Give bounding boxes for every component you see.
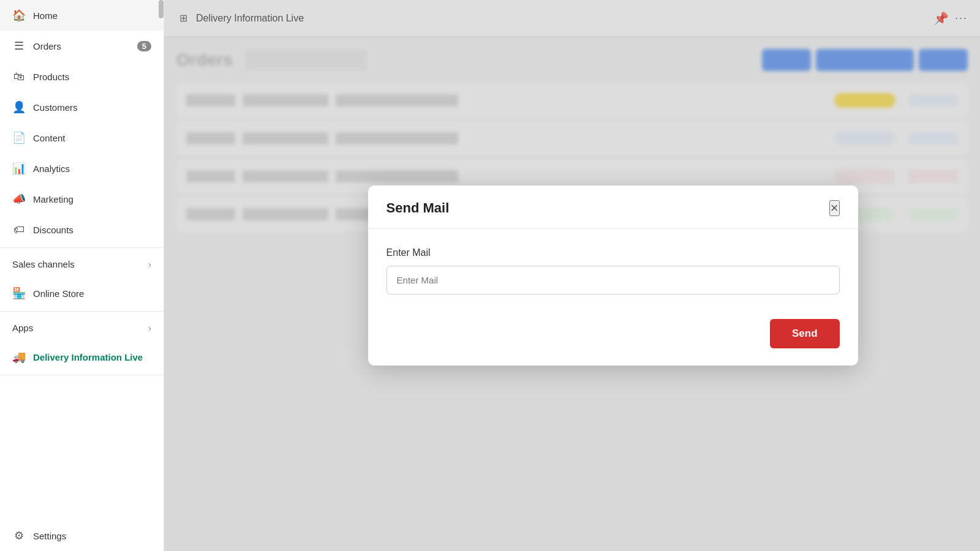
sidebar-item-online-store-label: Online Store (33, 288, 84, 299)
mail-field-label: Enter Mail (386, 247, 840, 258)
sidebar-item-customers[interactable]: 👤 Customers (0, 92, 164, 122)
sidebar-divider-2 (0, 311, 164, 312)
sidebar-section-sales-channels[interactable]: Sales channels › (0, 250, 164, 278)
sidebar-item-orders[interactable]: ☰ Orders 5 (0, 31, 164, 61)
sidebar-item-content-label: Content (33, 133, 66, 143)
content-icon: 📄 (12, 131, 26, 144)
sidebar-item-marketing-label: Marketing (33, 194, 74, 204)
send-mail-modal: Send Mail × Enter Mail Send (368, 186, 858, 365)
sidebar-item-discounts-label: Discounts (33, 225, 74, 235)
settings-icon: ⚙ (12, 529, 26, 542)
mail-input[interactable] (386, 266, 840, 294)
send-button[interactable]: Send (770, 319, 840, 348)
marketing-icon: 📣 (12, 192, 26, 206)
online-store-icon: 🏪 (12, 287, 26, 300)
modal-overlay: Send Mail × Enter Mail Send (164, 0, 980, 551)
modal-footer: Send (368, 307, 858, 365)
chevron-right-icon: › (148, 260, 151, 269)
sidebar-item-analytics-label: Analytics (33, 163, 70, 174)
sidebar-item-products-label: Products (33, 72, 69, 82)
sidebar-item-marketing[interactable]: 📣 Marketing (0, 184, 164, 214)
sidebar-section-apps[interactable]: Apps › (0, 314, 164, 342)
orders-icon: ☰ (12, 39, 26, 53)
customers-icon: 👤 (12, 100, 26, 114)
sidebar-item-delivery-label: Delivery Information Live (33, 352, 143, 362)
sidebar-item-online-store[interactable]: 🏪 Online Store (0, 278, 164, 309)
sidebar-item-settings[interactable]: ⚙ Settings (0, 520, 164, 551)
products-icon: 🛍 (12, 70, 26, 83)
modal-title: Send Mail (386, 200, 450, 216)
apps-label: Apps (12, 323, 33, 333)
main-content: ⊞ Delivery Information Live 📌 ··· Orders (164, 0, 980, 551)
sidebar-item-products[interactable]: 🛍 Products (0, 61, 164, 92)
discounts-icon: 🏷 (12, 223, 26, 236)
sidebar-item-home-label: Home (33, 10, 58, 21)
sidebar-item-settings-label: Settings (33, 531, 66, 541)
sidebar-item-customers-label: Customers (33, 102, 78, 113)
sidebar-item-content[interactable]: 📄 Content (0, 122, 164, 153)
analytics-icon: 📊 (12, 162, 26, 175)
sidebar-item-discounts[interactable]: 🏷 Discounts (0, 214, 164, 245)
sidebar: 🏠 Home ☰ Orders 5 🛍 Products 👤 Customers… (0, 0, 164, 551)
delivery-icon: 🚚 (12, 350, 26, 364)
chevron-right-icon-apps: › (148, 323, 151, 333)
sidebar-divider-3 (0, 375, 164, 375)
sidebar-divider-1 (0, 247, 164, 248)
sales-channels-label: Sales channels (12, 259, 75, 269)
modal-body: Enter Mail (368, 229, 858, 307)
orders-badge: 5 (137, 41, 151, 51)
sidebar-item-home[interactable]: 🏠 Home (0, 0, 164, 31)
home-icon: 🏠 (12, 9, 26, 22)
modal-close-button[interactable]: × (829, 200, 840, 216)
modal-header: Send Mail × (368, 186, 858, 229)
sidebar-item-analytics[interactable]: 📊 Analytics (0, 153, 164, 184)
sidebar-item-delivery[interactable]: 🚚 Delivery Information Live (0, 342, 164, 372)
sidebar-item-orders-label: Orders (33, 41, 61, 51)
